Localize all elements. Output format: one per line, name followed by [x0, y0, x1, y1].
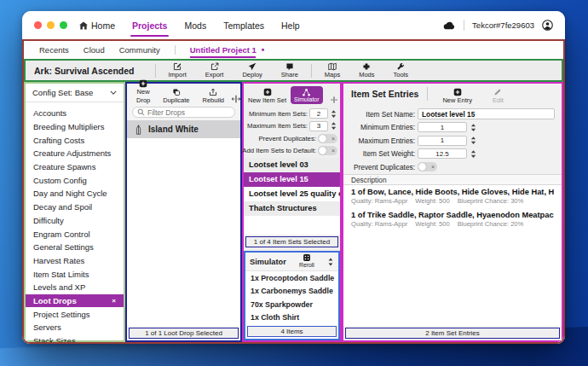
- sidebar-item-project-settings[interactable]: Project Settings: [26, 307, 124, 321]
- account-icon[interactable]: [542, 20, 553, 31]
- entry-row[interactable]: 1 of Trike Saddle, Raptor Saddle, Hyaeno…: [343, 208, 562, 229]
- menu-home[interactable]: Home: [79, 11, 115, 39]
- add-item-sets-default-label: Add Item Sets to Default:: [242, 147, 316, 154]
- sort-icon[interactable]: [327, 258, 334, 266]
- minimize-window-button[interactable]: [47, 21, 55, 29]
- pane-resize-handle[interactable]: [231, 94, 241, 104]
- sidebar-item-item-stat-limits[interactable]: Item Stat Limits: [26, 267, 124, 281]
- rebuild-button[interactable]: Rebuild: [197, 88, 230, 104]
- menu-mods[interactable]: Mods: [184, 11, 206, 39]
- min-item-sets-stepper[interactable]: [330, 108, 337, 119]
- share-icon: [285, 62, 294, 71]
- tab-cloud-label: Cloud: [84, 45, 105, 55]
- beacon-icon: [135, 124, 142, 136]
- max-entries-value[interactable]: 1: [418, 136, 467, 146]
- item-set-row[interactable]: Lootset level 25 quality only: [244, 187, 340, 201]
- sidebar-item-stack-sizes[interactable]: Stack Sizes: [26, 334, 124, 344]
- simulator-result-row[interactable]: 1x Procoptodon Saddle: [245, 271, 338, 285]
- simulator-result-row[interactable]: 1x Carbonemys Saddle: [245, 285, 338, 299]
- max-item-sets-stepper[interactable]: [330, 121, 337, 131]
- zoom-window-button[interactable]: [60, 21, 67, 29]
- close-icon[interactable]: ×: [112, 297, 116, 305]
- new-drop-button[interactable]: New Drop: [130, 79, 156, 104]
- config-sidebar: Config Set: Base Accounts Breeding Multi…: [24, 82, 125, 342]
- simulator-result-list: 1x Procoptodon Saddle 1x Carbonemys Sadd…: [245, 271, 338, 324]
- import-button[interactable]: Import: [163, 62, 193, 78]
- menu-templates-label: Templates: [223, 20, 264, 31]
- export-button[interactable]: Export: [199, 62, 230, 78]
- tab-recents[interactable]: Recents: [39, 41, 69, 59]
- sidebar-item-difficulty[interactable]: Difficulty: [26, 214, 124, 228]
- deploy-button[interactable]: Deploy: [236, 62, 268, 78]
- entries-header: Item Set Entries New Entry Edit: [343, 84, 562, 106]
- item-set-weight-stepper[interactable]: [470, 148, 477, 159]
- share-button[interactable]: Share: [275, 62, 304, 78]
- new-entry-button[interactable]: New Entry: [436, 88, 478, 104]
- toggle-off-icon: ×: [431, 163, 435, 171]
- sidebar-item-breeding-multipliers[interactable]: Breeding Multipliers: [26, 120, 124, 134]
- sidebar-item-servers[interactable]: Servers: [26, 321, 124, 334]
- add-item-sets-default-toggle[interactable]: ×: [318, 146, 337, 155]
- item-sets-toolbar: New Item Set Simulator: [244, 84, 340, 106]
- tab-cloud[interactable]: Cloud: [84, 41, 105, 59]
- simulator-result-row[interactable]: 1x Cloth Shirt: [245, 311, 338, 325]
- entry-row[interactable]: 1 of Bow, Lance, Hide Boots, Hide Gloves…: [343, 185, 562, 206]
- max-entries-stepper[interactable]: [470, 136, 477, 146]
- tab-community[interactable]: Community: [119, 41, 160, 59]
- menu-help[interactable]: Help: [281, 11, 300, 39]
- sidebar-item-accounts[interactable]: Accounts: [26, 107, 124, 120]
- menu-templates[interactable]: Templates: [223, 11, 264, 39]
- edit-entry-button[interactable]: Edit: [487, 88, 510, 104]
- filter-drops-input[interactable]: [147, 108, 230, 117]
- export-label: Export: [205, 71, 224, 78]
- sidebar-item-engram-control[interactable]: Engram Control: [26, 227, 124, 241]
- maps-button[interactable]: Maps: [319, 62, 346, 78]
- item-set-row[interactable]: Thatch Structures: [244, 201, 340, 216]
- config-set-selector[interactable]: Config Set: Base: [26, 84, 124, 102]
- item-set-row[interactable]: Lootset level 03: [244, 158, 340, 172]
- entry-meta: Quality: Rams-Appr Weight: 500 Blueprint…: [351, 220, 554, 228]
- add-item-sets-default-row: Add Item Sets to Default: ×: [246, 146, 337, 156]
- min-entries-stepper[interactable]: [470, 122, 477, 132]
- simulator-toggle-button[interactable]: Simulator: [291, 86, 323, 104]
- sidebar-item-decay-and-spoil[interactable]: Decay and Spoil: [26, 200, 124, 214]
- min-entries-value[interactable]: 1: [418, 122, 467, 132]
- sidebar-item-creature-adjustments[interactable]: Creature Adjustments: [26, 147, 124, 160]
- sidebar-item-day-and-night-cycle[interactable]: Day and Night Cycle: [26, 187, 124, 200]
- menu-projects[interactable]: Projects: [132, 11, 167, 39]
- sidebar-item-general-settings[interactable]: General Settings: [26, 241, 124, 254]
- item-set-row-selected[interactable]: Lootset level 15: [244, 172, 340, 187]
- sidebar-item-crafting-costs[interactable]: Crafting Costs: [26, 133, 124, 147]
- sidebar-item-creature-spawns[interactable]: Creature Spawns: [26, 160, 124, 174]
- sidebar-item-levels-and-xp[interactable]: Levels and XP: [26, 281, 124, 294]
- new-item-set-button[interactable]: New Item Set: [245, 88, 289, 104]
- sidebar-item-harvest-rates[interactable]: Harvest Rates: [26, 254, 124, 268]
- duplicate-button[interactable]: Duplicate: [157, 88, 195, 104]
- entry-prevent-duplicates-toggle[interactable]: ×: [418, 162, 437, 171]
- close-window-button[interactable]: [34, 21, 42, 29]
- filter-drops-field[interactable]: [132, 107, 235, 118]
- toggle-off-icon: ×: [331, 147, 335, 154]
- min-item-sets-value[interactable]: 2: [309, 108, 328, 119]
- sidebar-item-loot-drops[interactable]: Loot Drops ×: [26, 294, 124, 308]
- import-icon: [173, 62, 182, 71]
- app-window: Home Projects Mods Templates Help Tekco: [22, 11, 565, 344]
- item-set-name-input[interactable]: [418, 108, 555, 119]
- loot-drop-row-island-white[interactable]: Island White: [127, 120, 240, 138]
- pane-resize-handle[interactable]: [330, 96, 338, 104]
- simulator-result-row[interactable]: 70x Sparkpowder: [245, 298, 338, 311]
- toggle-knob: [319, 135, 326, 142]
- account-name[interactable]: Tekcor#7fe29603: [472, 20, 534, 30]
- mods-button[interactable]: Mods: [353, 62, 380, 78]
- tab-untitled-project[interactable]: Untitled Project 1 •: [190, 41, 265, 59]
- reroll-button[interactable]: Reroll: [299, 253, 314, 269]
- toolbar-divider: [311, 64, 312, 78]
- description-column-header[interactable]: Description: [343, 174, 562, 185]
- prevent-duplicates-toggle[interactable]: ×: [318, 134, 337, 143]
- max-item-sets-value[interactable]: 3: [309, 121, 328, 131]
- item-set-weight-label: Item Set Weight:: [350, 149, 415, 158]
- tools-button[interactable]: Tools: [388, 62, 415, 78]
- sidebar-item-custom-config[interactable]: Custom Config: [26, 173, 124, 187]
- item-set-weight-value[interactable]: 12.5: [418, 148, 467, 159]
- cloud-sync-icon[interactable]: [443, 21, 456, 30]
